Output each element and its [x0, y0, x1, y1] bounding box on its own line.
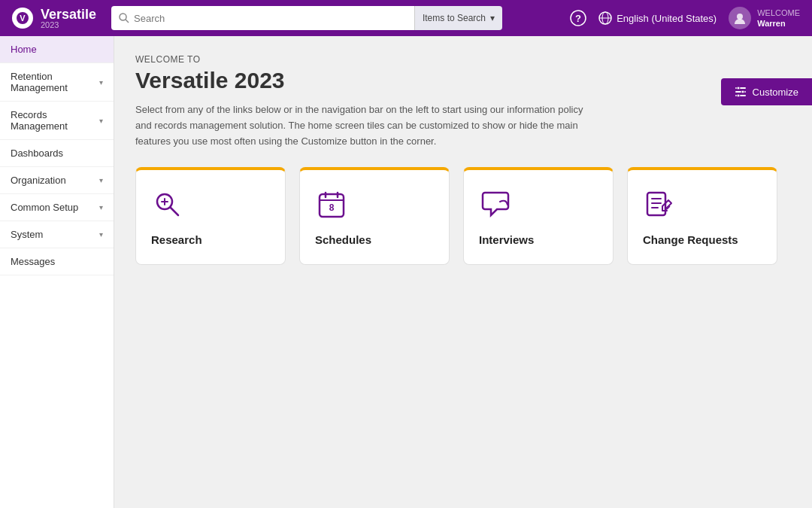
svg-point-14	[741, 90, 744, 93]
tiles-grid: Research 8 Schedules Intervi	[135, 167, 791, 265]
search-scope-dropdown[interactable]: Items to Search ▾	[414, 6, 502, 30]
interviews-icon	[479, 188, 512, 221]
change-requests-icon	[643, 188, 676, 221]
chevron-down-icon: ▾	[99, 203, 103, 211]
tile-research-label: Research	[151, 233, 202, 246]
sidebar-item-messages[interactable]: Messages	[0, 248, 114, 275]
tile-interviews-label: Interviews	[479, 233, 534, 246]
sidebar-item-dashboards[interactable]: Dashboards	[0, 140, 114, 167]
tile-schedules-label: Schedules	[315, 233, 371, 246]
schedules-icon: 8	[315, 188, 348, 221]
customize-icon	[735, 86, 747, 98]
avatar	[729, 7, 751, 29]
sidebar-item-retention-management[interactable]: Retention Management ▾	[0, 63, 114, 102]
svg-point-9	[737, 14, 743, 20]
logo-year: 2023	[41, 21, 96, 29]
tile-schedules[interactable]: 8 Schedules	[299, 167, 450, 265]
svg-point-13	[737, 87, 740, 90]
svg-text:?: ?	[575, 13, 581, 24]
app-body: Home Retention Management ▾ Records Mana…	[0, 36, 812, 508]
svg-line-17	[171, 208, 178, 215]
tile-interviews[interactable]: Interviews	[463, 167, 614, 265]
user-area[interactable]: WELCOME Warren	[729, 7, 800, 29]
logo-area[interactable]: V Versatile 2023	[12, 8, 102, 29]
page-title: Versatile 2023	[135, 68, 791, 93]
sidebar-item-common-setup[interactable]: Common Setup ▾	[0, 194, 114, 221]
customize-button[interactable]: Customize	[721, 78, 812, 105]
chevron-down-icon: ▾	[490, 13, 495, 23]
language-label: English (United States)	[617, 13, 717, 24]
sidebar-item-organization[interactable]: Organization ▾	[0, 167, 114, 194]
logo-icon: V	[12, 8, 33, 29]
top-navigation: V Versatile 2023 Items to Search ▾ ?	[0, 0, 812, 36]
user-welcome-label: WELCOME	[757, 8, 800, 18]
chevron-down-icon: ▾	[99, 78, 103, 87]
research-icon	[151, 188, 184, 221]
svg-text:V: V	[20, 14, 26, 23]
svg-text:8: 8	[329, 202, 335, 213]
search-icon	[119, 13, 129, 23]
page-description: Select from any of the links below or in…	[135, 102, 586, 149]
globe-icon	[598, 11, 612, 25]
sidebar-item-records-management[interactable]: Records Management ▾	[0, 102, 114, 140]
nav-right: ? English (United States) WELCOME Warren	[570, 7, 800, 29]
chevron-down-icon: ▾	[99, 230, 103, 239]
svg-point-15	[737, 94, 740, 97]
sidebar-item-system[interactable]: System ▾	[0, 221, 114, 248]
search-input-wrap	[111, 6, 414, 30]
help-icon-button[interactable]: ?	[570, 10, 586, 26]
tile-change-requests-label: Change Requests	[643, 233, 738, 246]
logo-name: Versatile	[41, 8, 96, 21]
search-input[interactable]	[134, 13, 407, 24]
svg-line-3	[126, 20, 129, 23]
tile-change-requests[interactable]: Change Requests	[627, 167, 777, 265]
main-content: Customize WELCOME TO Versatile 2023 Sele…	[114, 36, 812, 508]
sidebar-item-home[interactable]: Home	[0, 36, 114, 63]
user-name: Warren	[757, 18, 800, 29]
tile-research[interactable]: Research	[135, 167, 286, 265]
chevron-down-icon: ▾	[99, 117, 103, 125]
search-bar: Items to Search ▾	[111, 6, 502, 30]
language-selector[interactable]: English (United States)	[598, 11, 717, 25]
chevron-down-icon: ▾	[99, 176, 103, 184]
sidebar: Home Retention Management ▾ Records Mana…	[0, 36, 114, 508]
welcome-to: WELCOME TO	[135, 54, 791, 65]
svg-point-2	[120, 14, 126, 20]
